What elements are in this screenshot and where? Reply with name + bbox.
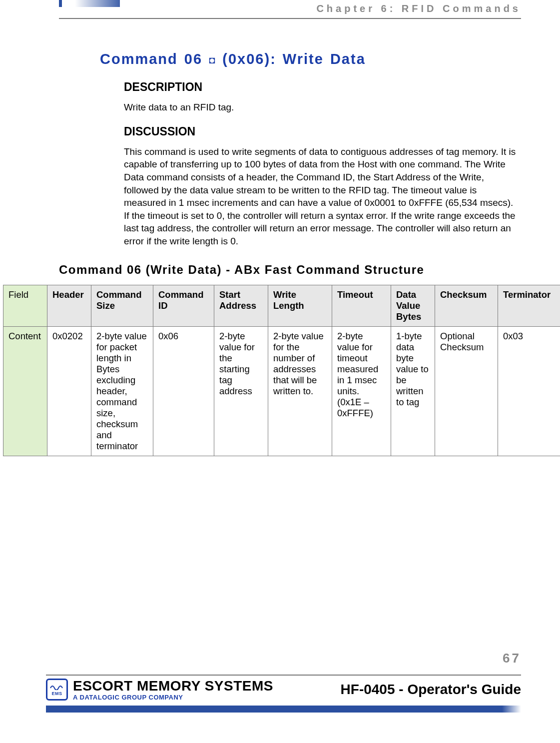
header-tick-decoration xyxy=(59,0,62,7)
header-gradient-decoration xyxy=(75,0,120,7)
table-header: Data Value Bytes xyxy=(391,285,435,327)
table-header: Command ID xyxy=(153,285,214,327)
header-rule xyxy=(59,18,521,19)
description-heading: DESCRIPTION xyxy=(124,80,521,94)
command-title-suffix: (0x06): Write Data xyxy=(216,51,366,67)
table-row1-label: Content xyxy=(3,327,47,456)
footer-brand-block: EMS ESCORT MEMORY SYSTEMS A DATALOGIC GR… xyxy=(46,679,273,701)
chapter-label: Chapter 6: RFID Commands xyxy=(316,3,521,14)
table-cell: 2-byte value for the starting tag addres… xyxy=(214,327,268,456)
page-number: 67 xyxy=(503,651,521,666)
table-header: Header xyxy=(47,285,91,327)
table-header: Start Address xyxy=(214,285,268,327)
table-header: Timeout xyxy=(332,285,391,327)
guide-title: HF-0405 - Operator's Guide xyxy=(341,682,521,698)
footer-bar-decoration xyxy=(46,706,521,713)
command-title-prefix: Command 06 xyxy=(100,51,209,67)
footer-rule xyxy=(46,675,521,676)
table-cell: 2-byte value for the number of addresses… xyxy=(268,327,332,456)
discussion-heading: DISCUSSION xyxy=(124,125,521,138)
table-cell: 1-byte data byte value to be written to … xyxy=(391,327,435,456)
discussion-text: This command is used to write segments o… xyxy=(124,145,521,248)
brand-main-text: ESCORT MEMORY SYSTEMS xyxy=(73,679,273,693)
structure-heading: Command 06 (Write Data) - ABx Fast Comma… xyxy=(59,262,521,278)
table-cell: 0x06 xyxy=(153,327,214,456)
ems-badge-text: EMS xyxy=(51,691,62,696)
bullet-square-icon: ◘ xyxy=(209,54,216,66)
table-row0-label: Field xyxy=(3,285,47,327)
ems-logo-icon: EMS xyxy=(46,679,68,701)
table-cell: 2-byte value for packet length in Bytes … xyxy=(91,327,153,456)
command-title: Command 06 ◘ (0x06): Write Data xyxy=(100,51,521,67)
brand-sub-text: A DATALOGIC GROUP COMPANY xyxy=(73,694,273,701)
table-header: Checksum xyxy=(435,285,498,327)
table-cell: 0x0202 xyxy=(47,327,91,456)
table-header: Command Size xyxy=(91,285,153,327)
description-text: Write data to an RFID tag. xyxy=(124,101,521,114)
table-header: Write Length xyxy=(268,285,332,327)
table-cell: 2-byte value for timeout measured in 1 m… xyxy=(332,327,391,456)
command-structure-table: Field Header Command Size Command ID Sta… xyxy=(3,285,560,456)
table-header: Terminator xyxy=(498,285,560,327)
table-cell: Optional Checksum xyxy=(435,327,498,456)
table-cell: 0x03 xyxy=(498,327,560,456)
